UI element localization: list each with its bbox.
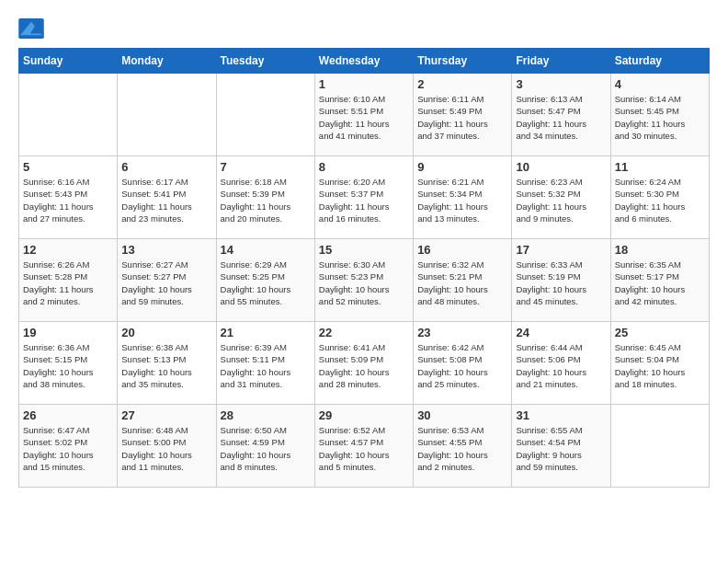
logo (18, 18, 48, 39)
calendar-cell: 19Sunrise: 6:36 AM Sunset: 5:15 PM Dayli… (19, 322, 118, 405)
day-number: 25 (615, 326, 705, 339)
calendar-week-3: 12Sunrise: 6:26 AM Sunset: 5:28 PM Dayli… (19, 239, 710, 322)
calendar-cell: 1Sunrise: 6:10 AM Sunset: 5:51 PM Daylig… (314, 74, 413, 156)
day-info: Sunrise: 6:50 AM Sunset: 4:59 PM Dayligh… (221, 424, 311, 473)
day-info: Sunrise: 6:41 AM Sunset: 5:09 PM Dayligh… (319, 341, 409, 390)
calendar-cell: 30Sunrise: 6:53 AM Sunset: 4:55 PM Dayli… (414, 405, 512, 488)
day-info: Sunrise: 6:53 AM Sunset: 4:55 PM Dayligh… (417, 424, 507, 473)
calendar-cell: 3Sunrise: 6:13 AM Sunset: 5:47 PM Daylig… (512, 74, 610, 156)
day-info: Sunrise: 6:45 AM Sunset: 5:04 PM Dayligh… (615, 341, 705, 390)
day-info: Sunrise: 6:47 AM Sunset: 5:02 PM Dayligh… (23, 424, 113, 473)
day-number: 30 (417, 408, 507, 422)
weekday-header-wednesday: Wednesday (314, 49, 413, 74)
day-number: 24 (516, 326, 606, 339)
day-info: Sunrise: 6:16 AM Sunset: 5:43 PM Dayligh… (23, 176, 113, 224)
calendar-cell: 16Sunrise: 6:32 AM Sunset: 5:21 PM Dayli… (414, 239, 512, 322)
calendar-cell: 5Sunrise: 6:16 AM Sunset: 5:43 PM Daylig… (19, 156, 118, 239)
page-header (18, 18, 710, 39)
calendar-cell: 20Sunrise: 6:38 AM Sunset: 5:13 PM Dayli… (118, 322, 216, 405)
day-number: 20 (121, 326, 211, 339)
day-number: 1 (319, 77, 409, 91)
day-info: Sunrise: 6:10 AM Sunset: 5:51 PM Dayligh… (319, 93, 409, 142)
day-number: 3 (516, 77, 606, 91)
day-info: Sunrise: 6:55 AM Sunset: 4:54 PM Dayligh… (516, 424, 606, 473)
calendar-week-4: 19Sunrise: 6:36 AM Sunset: 5:15 PM Dayli… (19, 322, 710, 405)
calendar-table: SundayMondayTuesdayWednesdayThursdayFrid… (18, 48, 710, 488)
day-number: 14 (221, 243, 311, 257)
calendar-cell: 7Sunrise: 6:18 AM Sunset: 5:39 PM Daylig… (216, 156, 314, 239)
calendar-cell (610, 405, 709, 488)
calendar-cell (216, 74, 314, 156)
day-info: Sunrise: 6:11 AM Sunset: 5:49 PM Dayligh… (417, 93, 507, 142)
day-number: 23 (417, 326, 507, 339)
day-number: 31 (516, 408, 606, 422)
day-number: 26 (23, 408, 113, 422)
calendar-cell: 6Sunrise: 6:17 AM Sunset: 5:41 PM Daylig… (118, 156, 216, 239)
calendar-week-2: 5Sunrise: 6:16 AM Sunset: 5:43 PM Daylig… (19, 156, 710, 239)
day-info: Sunrise: 6:20 AM Sunset: 5:37 PM Dayligh… (319, 176, 409, 224)
calendar-cell: 2Sunrise: 6:11 AM Sunset: 5:49 PM Daylig… (414, 74, 512, 156)
calendar-cell: 15Sunrise: 6:30 AM Sunset: 5:23 PM Dayli… (314, 239, 413, 322)
day-number: 21 (221, 326, 311, 339)
calendar-cell: 31Sunrise: 6:55 AM Sunset: 4:54 PM Dayli… (512, 405, 610, 488)
day-info: Sunrise: 6:30 AM Sunset: 5:23 PM Dayligh… (319, 259, 409, 307)
calendar-week-1: 1Sunrise: 6:10 AM Sunset: 5:51 PM Daylig… (19, 74, 710, 156)
day-info: Sunrise: 6:39 AM Sunset: 5:11 PM Dayligh… (221, 341, 311, 390)
calendar-cell: 4Sunrise: 6:14 AM Sunset: 5:45 PM Daylig… (610, 74, 709, 156)
calendar-cell: 18Sunrise: 6:35 AM Sunset: 5:17 PM Dayli… (610, 239, 709, 322)
day-info: Sunrise: 6:36 AM Sunset: 5:15 PM Dayligh… (23, 341, 113, 390)
calendar-week-5: 26Sunrise: 6:47 AM Sunset: 5:02 PM Dayli… (19, 405, 710, 488)
day-info: Sunrise: 6:17 AM Sunset: 5:41 PM Dayligh… (121, 176, 211, 224)
weekday-header-monday: Monday (118, 49, 216, 74)
calendar-cell: 24Sunrise: 6:44 AM Sunset: 5:06 PM Dayli… (512, 322, 610, 405)
weekday-header-saturday: Saturday (610, 49, 709, 74)
calendar-header: SundayMondayTuesdayWednesdayThursdayFrid… (19, 49, 710, 74)
calendar-cell (19, 74, 118, 156)
day-number: 8 (319, 160, 409, 174)
day-number: 11 (615, 160, 705, 174)
day-info: Sunrise: 6:23 AM Sunset: 5:32 PM Dayligh… (516, 176, 606, 224)
weekday-header-sunday: Sunday (19, 49, 118, 74)
day-number: 18 (615, 243, 705, 257)
day-info: Sunrise: 6:44 AM Sunset: 5:06 PM Dayligh… (516, 341, 606, 390)
day-info: Sunrise: 6:14 AM Sunset: 5:45 PM Dayligh… (615, 93, 705, 142)
weekday-row: SundayMondayTuesdayWednesdayThursdayFrid… (19, 49, 710, 74)
calendar-cell (118, 74, 216, 156)
day-number: 28 (221, 408, 311, 422)
day-number: 4 (615, 77, 705, 91)
day-info: Sunrise: 6:26 AM Sunset: 5:28 PM Dayligh… (23, 259, 113, 307)
day-number: 22 (319, 326, 409, 339)
day-info: Sunrise: 6:18 AM Sunset: 5:39 PM Dayligh… (221, 176, 311, 224)
calendar-cell: 29Sunrise: 6:52 AM Sunset: 4:57 PM Dayli… (314, 405, 413, 488)
day-number: 17 (516, 243, 606, 257)
day-info: Sunrise: 6:13 AM Sunset: 5:47 PM Dayligh… (516, 93, 606, 142)
day-info: Sunrise: 6:42 AM Sunset: 5:08 PM Dayligh… (417, 341, 507, 390)
weekday-header-thursday: Thursday (414, 49, 512, 74)
day-info: Sunrise: 6:24 AM Sunset: 5:30 PM Dayligh… (615, 176, 705, 224)
day-number: 6 (121, 160, 211, 174)
day-number: 15 (319, 243, 409, 257)
day-number: 2 (417, 77, 507, 91)
day-number: 7 (221, 160, 311, 174)
day-info: Sunrise: 6:32 AM Sunset: 5:21 PM Dayligh… (417, 259, 507, 307)
day-number: 27 (121, 408, 211, 422)
day-number: 19 (23, 326, 113, 339)
day-info: Sunrise: 6:27 AM Sunset: 5:27 PM Dayligh… (121, 259, 211, 307)
day-number: 13 (121, 243, 211, 257)
calendar-cell: 11Sunrise: 6:24 AM Sunset: 5:30 PM Dayli… (610, 156, 709, 239)
calendar-cell: 27Sunrise: 6:48 AM Sunset: 5:00 PM Dayli… (118, 405, 216, 488)
calendar-cell: 9Sunrise: 6:21 AM Sunset: 5:34 PM Daylig… (414, 156, 512, 239)
logo-icon (18, 18, 44, 39)
day-info: Sunrise: 6:48 AM Sunset: 5:00 PM Dayligh… (121, 424, 211, 473)
day-number: 10 (516, 160, 606, 174)
day-info: Sunrise: 6:33 AM Sunset: 5:19 PM Dayligh… (516, 259, 606, 307)
day-number: 9 (417, 160, 507, 174)
day-info: Sunrise: 6:21 AM Sunset: 5:34 PM Dayligh… (417, 176, 507, 224)
calendar-cell: 8Sunrise: 6:20 AM Sunset: 5:37 PM Daylig… (314, 156, 413, 239)
calendar-cell: 21Sunrise: 6:39 AM Sunset: 5:11 PM Dayli… (216, 322, 314, 405)
calendar-cell: 12Sunrise: 6:26 AM Sunset: 5:28 PM Dayli… (19, 239, 118, 322)
calendar-cell: 28Sunrise: 6:50 AM Sunset: 4:59 PM Dayli… (216, 405, 314, 488)
day-number: 12 (23, 243, 113, 257)
day-number: 5 (23, 160, 113, 174)
calendar-cell: 23Sunrise: 6:42 AM Sunset: 5:08 PM Dayli… (414, 322, 512, 405)
